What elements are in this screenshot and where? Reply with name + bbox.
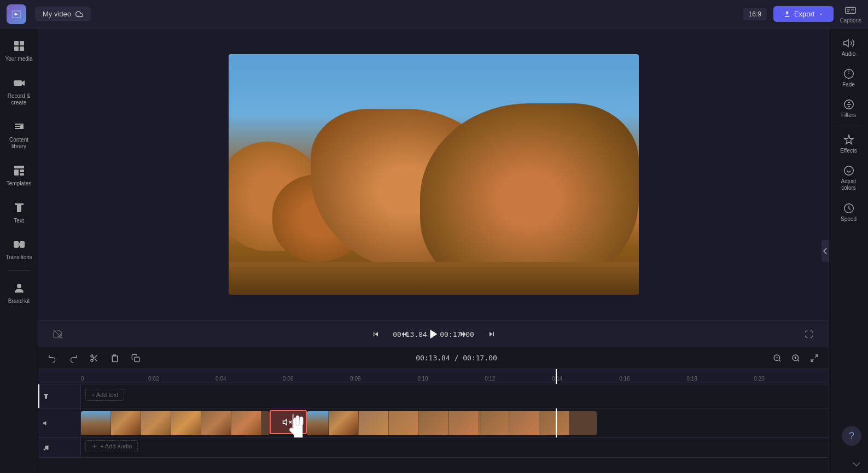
film-frame-r6 xyxy=(449,411,479,435)
cloud-icon xyxy=(75,10,83,18)
captions-panel-button[interactable]: Captions xyxy=(840,4,861,24)
skip-start-button[interactable] xyxy=(367,325,385,343)
svg-rect-14 xyxy=(20,173,24,176)
redo-button[interactable] xyxy=(66,351,81,366)
video-preview xyxy=(229,54,639,295)
mute-selected-icon xyxy=(282,417,292,427)
zoom-out-button[interactable] xyxy=(770,351,785,366)
svg-line-19 xyxy=(54,329,63,338)
app-logo xyxy=(7,4,26,24)
aspect-ratio-badge[interactable]: 16:9 xyxy=(743,8,767,20)
right-panel-speed[interactable]: Speed xyxy=(831,198,866,226)
svg-rect-12 xyxy=(14,170,19,176)
redo-icon xyxy=(69,354,78,363)
right-panel-adjust-colors[interactable]: Adjust colors xyxy=(831,160,866,196)
video-track-label xyxy=(38,408,81,437)
sidebar-item-content-library[interactable]: Content library xyxy=(2,114,37,155)
right-panel-audio[interactable]: Audio xyxy=(831,33,866,61)
sidebar-item-transitions[interactable]: Transitions xyxy=(2,231,37,266)
film-selected-segment[interactable] xyxy=(270,410,307,434)
text-icon: T xyxy=(11,200,27,215)
scissors-icon xyxy=(90,354,98,363)
skip-end-button[interactable] xyxy=(483,325,500,343)
sidebar-divider xyxy=(8,270,30,271)
svg-line-28 xyxy=(779,360,780,361)
right-panel-filters[interactable]: Filters xyxy=(831,94,866,122)
collapse-right-button[interactable] xyxy=(822,240,829,262)
svg-rect-6 xyxy=(14,46,19,51)
sidebar-item-record-create[interactable]: Record & create xyxy=(2,70,37,112)
zoom-in-button[interactable] xyxy=(788,351,803,366)
text-track-row: T + Add text xyxy=(38,384,829,408)
export-dropdown-icon xyxy=(818,11,824,17)
playback-controls: 00:13.84 / 00:17.00 xyxy=(38,320,829,347)
video-title-button[interactable]: My video xyxy=(35,7,91,21)
main-content: Your media Record & create Content libra… xyxy=(0,28,868,473)
svg-rect-5 xyxy=(20,41,24,45)
timeline-zoom-controls xyxy=(770,351,822,366)
right-panel-effects[interactable]: Effects xyxy=(831,130,866,158)
video-frame xyxy=(229,54,639,295)
adjust-colors-panel-icon xyxy=(843,165,855,177)
duplicate-button[interactable] xyxy=(128,351,143,366)
sidebar-item-your-media[interactable]: Your media xyxy=(2,33,37,68)
rock-overlay xyxy=(229,138,639,295)
sidebar-label-brand-kit: Brand kit xyxy=(8,298,30,305)
film-frame-4 xyxy=(171,411,201,435)
delete-button[interactable] xyxy=(107,351,123,366)
speed-label: Speed xyxy=(841,216,857,222)
library-icon xyxy=(11,119,27,135)
right-sidebar-divider-1 xyxy=(838,126,860,126)
audio-icon xyxy=(43,445,49,451)
playback-left xyxy=(49,325,67,343)
video-preview-container xyxy=(229,54,639,295)
sidebar-item-templates[interactable]: Templates xyxy=(2,157,37,192)
video-title-text: My video xyxy=(43,10,71,18)
export-label: Export xyxy=(794,10,815,18)
svg-rect-8 xyxy=(14,80,22,86)
film-strip-right xyxy=(307,411,597,435)
sidebar-item-brand-kit[interactable]: Brand kit xyxy=(2,275,37,310)
timeline-total-time: 00:17.00 xyxy=(463,354,497,362)
export-button[interactable]: Export xyxy=(773,6,834,22)
film-frame-r4 xyxy=(389,411,419,435)
cut-button[interactable] xyxy=(86,351,102,366)
svg-point-47 xyxy=(844,166,853,176)
svg-rect-16 xyxy=(14,241,19,248)
help-button[interactable]: ? xyxy=(842,426,861,446)
video-track-content[interactable] xyxy=(81,408,829,437)
film-strip-left xyxy=(81,411,270,435)
ruler-mark-1: 0:02 xyxy=(148,376,159,382)
film-frame-r7 xyxy=(479,411,509,435)
add-audio-button[interactable]: + Add audio xyxy=(85,440,138,452)
fit-button[interactable] xyxy=(807,351,822,366)
top-bar: My video 16:9 Export Captions xyxy=(0,0,868,28)
timeline-time-display: 00:13.84 / 00:17.00 xyxy=(149,354,764,362)
delete-icon xyxy=(110,354,119,363)
fit-icon xyxy=(810,354,819,363)
film-frame-r9 xyxy=(539,411,569,435)
svg-marker-9 xyxy=(22,80,25,86)
fade-panel-icon xyxy=(843,68,855,80)
undo-button[interactable] xyxy=(45,351,60,366)
svg-point-21 xyxy=(91,355,93,357)
timeline-separator: / xyxy=(450,354,463,362)
add-text-button[interactable]: + Add text xyxy=(85,389,124,401)
film-frame-r3 xyxy=(359,411,389,435)
text-track-label: T xyxy=(38,384,81,408)
camera-off-button[interactable] xyxy=(49,325,67,343)
ruler-mark-10: 0:20 xyxy=(754,376,764,382)
skip-end-icon xyxy=(487,330,496,338)
svg-rect-26 xyxy=(135,357,139,362)
ruler-mark-2: 0:04 xyxy=(215,376,226,382)
film-frame-6 xyxy=(231,411,261,435)
split-indicator xyxy=(292,414,294,430)
right-panel-fade[interactable]: Fade xyxy=(831,63,866,92)
sidebar-item-text[interactable]: T Text xyxy=(2,195,37,229)
add-text-label: + Add text xyxy=(91,392,118,398)
fullscreen-button[interactable] xyxy=(800,325,818,343)
collapse-bottom-button[interactable] xyxy=(853,459,860,469)
film-frame-5 xyxy=(201,411,231,435)
video-preview-area xyxy=(38,28,829,320)
svg-text:T: T xyxy=(45,395,47,398)
